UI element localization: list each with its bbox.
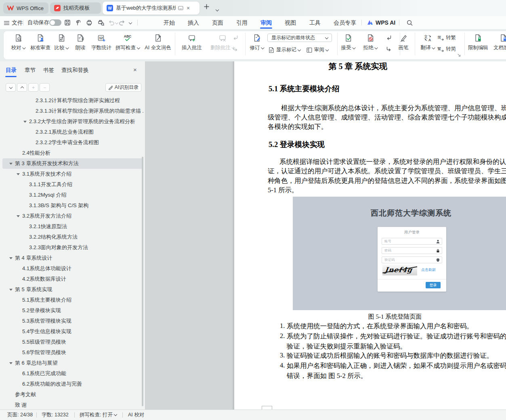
doc-encrypt-button[interactable]: 文档加密 [493, 33, 506, 51]
toc-item[interactable]: 3.1.3B/S 架构与 C/S 架构 [2, 200, 143, 211]
redo-button[interactable] [119, 19, 126, 26]
chevron-expand-icon[interactable] [9, 289, 13, 291]
standard-review-button[interactable]: 标准审查 [30, 33, 50, 51]
review-pane-button[interactable]: 审阅 [306, 46, 328, 53]
word-count-indicator[interactable]: 字数: 13232 [42, 410, 69, 420]
toc-item[interactable]: 3.2.1快速原型法 [2, 221, 143, 232]
to-traditional-button[interactable]: 简 转繁 [437, 34, 456, 41]
file-menu[interactable]: 文件 [4, 16, 23, 29]
restrict-editing-button[interactable]: 限制编辑 [468, 33, 488, 51]
ai-recognize-toc-button[interactable]: AI识别目录 [105, 83, 141, 92]
to-simplified-button[interactable]: 繁 转简 [437, 46, 456, 52]
track-changes-button[interactable]: 修订 [250, 33, 264, 51]
next-revision-button[interactable] [385, 45, 394, 52]
tab-document[interactable]: W 基于web的大学生综测系统设 × [103, 2, 199, 15]
markup-state-dropdown[interactable]: 显示标记的最终状态 [267, 34, 332, 42]
toc-item[interactable]: 3.1系统开发技术介绍 [2, 169, 143, 179]
tab-close-icon[interactable]: × [187, 5, 190, 11]
print-preview-button[interactable] [97, 19, 105, 26]
spell-check-button[interactable]: ABC 拼写检查 [115, 33, 140, 51]
menu-member[interactable]: 会员专享 [334, 16, 356, 29]
menu-tools[interactable]: 工具 [309, 16, 321, 29]
promote-button[interactable]: ＋ [28, 83, 38, 92]
sidebar-tab-chapters[interactable]: 章节 [25, 65, 36, 75]
quick-access-more[interactable] [128, 16, 132, 29]
proofread-button[interactable]: 校对 [11, 33, 25, 51]
toc-item[interactable]: 5.6学院管理员模块 [2, 347, 143, 358]
demote-button[interactable]: − [40, 83, 50, 92]
sidebar-scrollbar[interactable] [142, 157, 143, 406]
toc-item[interactable]: 第 5 章系统实现 [2, 284, 143, 295]
collapse-all-button[interactable] [17, 83, 27, 92]
chevron-expand-icon[interactable] [23, 121, 27, 123]
pen-button[interactable]: 画笔 [399, 33, 409, 51]
toc-item[interactable]: 第 6 章总结与展望 [2, 358, 143, 368]
page-indicator[interactable]: 页面: 24/38 [7, 410, 33, 420]
toc-item[interactable]: 2.4性能分析 [2, 148, 143, 158]
toc-item[interactable]: 5.4学生信息模块实现 [2, 326, 143, 337]
toc-item[interactable]: 4.2系统数据库设计 [2, 274, 143, 284]
menu-page[interactable]: 页面 [212, 16, 223, 29]
toc-item[interactable]: 3.1.1开发工具介绍 [2, 179, 143, 190]
read-aloud-button[interactable]: 朗读 [76, 33, 86, 51]
dialog-launcher-icon[interactable] [457, 53, 463, 57]
word-count-button[interactable]: 12 字数统计 [91, 33, 111, 51]
chevron-expand-icon[interactable] [9, 362, 13, 364]
toc-item[interactable]: 6.2系统功能的改进与完善 [2, 379, 143, 389]
toc-item[interactable]: 2.3.2.1系统总业务流程图 [2, 127, 143, 137]
delete-comment-button[interactable]: 删除批注 [210, 33, 235, 51]
toc-item[interactable]: 4.1系统总体功能设计 [2, 263, 143, 274]
chevron-expand-icon[interactable] [17, 215, 20, 217]
menu-insert[interactable]: 插入 [188, 16, 199, 29]
next-comment-button[interactable] [232, 45, 241, 52]
ai-proofread-indicator[interactable]: AI 校对 [128, 410, 144, 420]
autosave-toggle[interactable] [49, 19, 61, 26]
toc-item[interactable]: 第 4 章系统设计 [2, 253, 143, 263]
toc-item[interactable]: 3.2系统开发方法介绍 [2, 211, 143, 221]
toc-item[interactable]: 5.2登录模块实现 [2, 305, 143, 316]
sidebar-tab-find-replace[interactable]: 查找和替换 [61, 65, 89, 75]
spellcheck-indicator[interactable]: 拼写检查: 打开 [80, 410, 117, 420]
toc-item[interactable]: 3.2.3面向对象的开发方法 [2, 242, 143, 253]
previous-revision-button[interactable] [385, 34, 394, 41]
toc-item[interactable]: 3.1.2Mysql 介绍 [2, 190, 143, 200]
toc-item[interactable]: 第 3 章系统开发技术和方法 [2, 158, 143, 169]
undo-options[interactable] [114, 16, 118, 29]
insert-comment-button[interactable]: 插入批注 [182, 33, 202, 51]
toc-item[interactable]: 2.3.1.2计算机学院综合测评实施过程 [2, 95, 143, 106]
save-button[interactable] [64, 19, 71, 26]
search-icon[interactable] [406, 19, 414, 27]
menu-home[interactable]: 开始 [164, 16, 175, 29]
ai-polish-button[interactable]: AI 全文润色 [145, 33, 171, 51]
document-page[interactable]: 第 5 章 系统实现 5.1 系统主要模块介绍 根据大学生综测系统的总体设计，系… [234, 61, 506, 410]
menu-reference[interactable]: 引用 [236, 16, 248, 29]
toc-item[interactable]: 5.1系统主要模块介绍 [2, 295, 143, 305]
export-pdf-button[interactable] [75, 19, 82, 26]
accept-revision-button[interactable]: 接受 [341, 33, 355, 51]
show-markup-button[interactable]: 显示标记 [268, 46, 300, 53]
sidebar-tab-contents[interactable]: 目录 [6, 65, 17, 75]
toc-item[interactable]: 2.3.2.2学生申请业务流程图 [2, 137, 143, 148]
toc-item[interactable]: 致 谢 [2, 400, 143, 410]
sidebar-close-icon[interactable]: × [133, 66, 137, 73]
toc-item[interactable]: 5.5班级管理员模块 [2, 337, 143, 347]
toc-item[interactable]: 3.2.2结构化系统方法 [2, 232, 143, 242]
toc-item[interactable]: 2.3.1.3计算机学院综合测评系统的功能需求描 ... [2, 106, 143, 116]
chevron-expand-icon[interactable] [9, 163, 13, 165]
reject-revision-button[interactable]: 拒绝 [363, 33, 378, 51]
previous-comment-button[interactable] [232, 34, 241, 41]
toc-item[interactable]: 2.3.2大学生综合测评管理系统的业务流程分析 [2, 116, 143, 127]
document-canvas[interactable]: 第 5 章 系统实现 5.1 系统主要模块介绍 根据大学生综测系统的总体设计，系… [145, 61, 506, 410]
tab-wps-home[interactable]: WPS Office [3, 2, 48, 14]
toc-item[interactable]: 5.3系统管理模块实现 [2, 316, 143, 326]
print-button[interactable] [86, 19, 93, 26]
tab-list-button[interactable] [214, 6, 218, 13]
chevron-expand-icon[interactable] [17, 173, 20, 175]
sidebar-tab-bookmarks[interactable]: 书签 [43, 65, 54, 75]
toc-item[interactable]: 参考文献 [2, 389, 143, 400]
chevron-expand-icon[interactable] [9, 257, 13, 259]
menu-view[interactable]: 视图 [285, 16, 296, 29]
toc-item[interactable]: 6.1系统已完成功能 [2, 368, 143, 379]
translate-button[interactable]: 文A 翻译 [421, 33, 435, 51]
wps-ai-menu[interactable]: WPS AI [376, 16, 395, 29]
